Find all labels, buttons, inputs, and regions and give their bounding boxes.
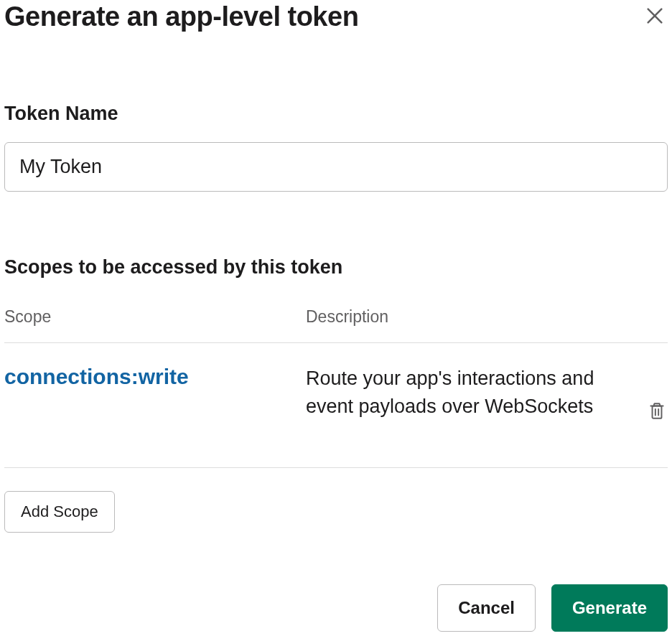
svg-rect-2 [653, 406, 662, 418]
add-scope-button[interactable]: Add Scope [4, 491, 115, 533]
scope-column-header: Scope [4, 307, 306, 327]
cancel-button[interactable]: Cancel [437, 584, 536, 632]
modal-title: Generate an app-level token [4, 1, 358, 32]
scope-link[interactable]: connections:write [4, 365, 189, 388]
delete-scope-button[interactable] [646, 399, 668, 424]
description-column-header: Description [306, 307, 668, 327]
trash-icon [648, 412, 666, 423]
close-icon [645, 6, 665, 28]
token-name-label: Token Name [4, 103, 668, 125]
generate-button[interactable]: Generate [551, 584, 668, 632]
scopes-table: Scope Description connections:write Rout… [4, 307, 668, 468]
token-name-input[interactable] [4, 142, 668, 192]
scope-description: Route your app's interactions and event … [306, 365, 632, 421]
scopes-heading: Scopes to be accessed by this token [4, 256, 668, 279]
close-button[interactable] [642, 3, 668, 31]
table-row: connections:write Route your app's inter… [4, 343, 668, 468]
